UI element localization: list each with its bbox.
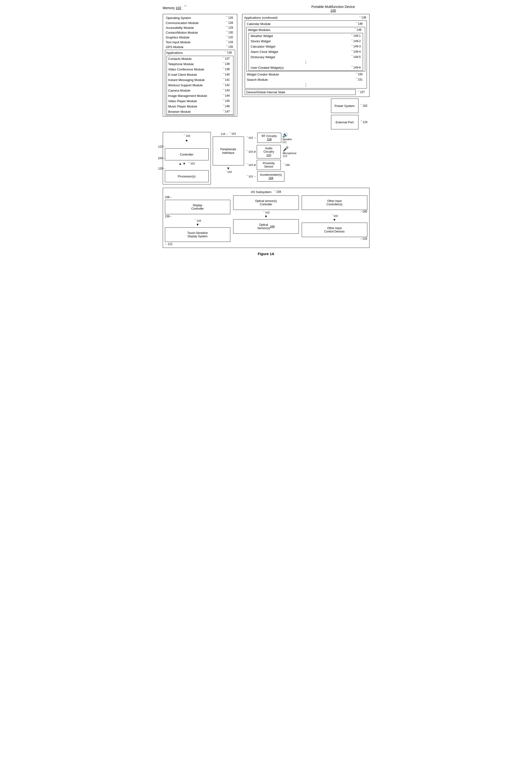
bus-118-row: 118 → ⌒103 — [221, 132, 236, 136]
search-module-row: Search Module ⌒151 — [245, 77, 366, 82]
comm-label: Communication Module — [165, 21, 224, 25]
gps-row: GPS Module ⌒135 — [165, 45, 235, 49]
other-controller-box: Other InputController(s) — [302, 195, 367, 210]
microphone-area: 🎤 Microphone113 — [283, 146, 296, 157]
other-input-col: Other InputController(s) →160 ⌒103 ▼ Oth… — [302, 195, 367, 246]
io-subsystem-section: I/O Subsystem ⌒158 106← DisplayControlle… — [163, 188, 369, 248]
app-items-inner: Contacts Module ⌒137 Telephone Module ⌒1… — [167, 56, 233, 115]
left-block-area: 104← ⌒103 ▼ 122← Controller ▲ ▼ ⌒103 120… — [163, 132, 211, 184]
accel-number: 168 — [269, 176, 273, 180]
bidir-arrows: ▲ ▼ ⌒103 — [165, 162, 209, 165]
top-section: Operating System ⌒126 Communication Modu… — [163, 14, 369, 130]
applications-outer: Applications ⌒136 Contacts Module ⌒137 T… — [165, 50, 235, 115]
accelerometer-box: Accelerometer(s)168 — [257, 171, 284, 182]
apps-continued-inner: Calendar Module ⌒148 Widget Modules ⌒149… — [245, 20, 367, 88]
access-label: Accessibility Module — [165, 25, 224, 30]
dict-widget-row: Dictionary Widget ⌒149-5 — [249, 55, 363, 60]
camera-row: Camera Module ⌒143 — [167, 88, 233, 93]
ref-116: →116 — [302, 237, 367, 240]
optical-sensor-box: OpticalSensor(s)164 — [233, 219, 299, 234]
figure-caption: Figure 1A — [163, 252, 369, 256]
ref-118: 118 — [221, 132, 225, 135]
apps-continued-column: Applications (continued) ⌒136 Calendar M… — [242, 14, 369, 130]
bus-103-prox: ⌒103 ⇄ — [246, 163, 256, 167]
applications-header: Applications — [166, 51, 223, 55]
optical-col: Optical sensor(s)Controller ⌒103 ▼ Optic… — [233, 195, 299, 246]
controller-processor-box: ⌒103 ▼ 122← Controller ▲ ▼ ⌒103 120← Pro… — [163, 132, 211, 184]
browser-row: Browser Module ⌒147 — [167, 109, 233, 114]
microphone-icon: 🎤 — [283, 146, 289, 151]
other-devices-box: Other InputControl Devices — [302, 223, 367, 237]
external-port-row: External Port ⌒124 — [331, 115, 369, 129]
ref-104: 104← — [158, 157, 166, 160]
ref-112: ←112 — [165, 242, 231, 246]
arrow-down-disp: ▼ — [196, 223, 199, 226]
ref-122: 122← — [158, 145, 209, 148]
proximity-row: ⌒103 ⇄ ProximitySensor ⌒166 — [246, 160, 369, 170]
workout-row: Workout Support Module ⌒142 — [167, 83, 233, 88]
controller-box: Controller — [165, 148, 209, 160]
display-arrow: ⌒103 ▼ — [165, 219, 231, 226]
microphone-label: Microphone113 — [283, 152, 296, 157]
display-ref-row: 106← — [165, 195, 231, 199]
dots-1: ⋮ — [249, 60, 363, 65]
videoconf-row: Video Conference Module ⌒139 — [167, 67, 233, 72]
ref-120: 120← — [158, 167, 209, 170]
device-title: Portable Multifunction Device 100 — [311, 5, 355, 13]
audio-circuitry-box: AudioCircuitry110 — [257, 145, 281, 158]
speaker-area: 🔊 Speaker111 — [282, 132, 292, 144]
comm-row: Communication Module ⌒128 — [165, 21, 235, 25]
os-row: Operating System ⌒126 — [165, 15, 235, 20]
arrow-right-1: → — [226, 132, 228, 135]
bus-103-audio: ⌒103 ⇄ — [246, 150, 256, 154]
applications-header-row: Applications ⌒136 — [165, 50, 235, 55]
memory-outer-box: Operating System ⌒126 Communication Modu… — [163, 14, 237, 117]
power-system-row: Power System ⌒162 — [331, 99, 369, 113]
ref-156: 156← — [165, 215, 173, 218]
device-state-row: Device/Global Internal State ⌒157 — [243, 89, 368, 95]
widget-items-box: Weather Widget ⌒149-1 Stocks Widget ⌒149… — [249, 33, 363, 71]
alarm-widget-row: Alarm Clock Widget ⌒149-4 — [249, 49, 363, 54]
rf-number: 108 — [267, 138, 272, 141]
ref-160: →160 — [302, 210, 367, 213]
accel-row: ⌒103 → Accelerometer(s)168 — [246, 171, 369, 182]
graphics-row: Graphics Module ⌒132 — [165, 35, 235, 40]
imagemgmt-row: Image Management Module ⌒144 — [167, 93, 233, 98]
graphics-label: Graphics Module — [165, 35, 224, 40]
io-ref: ⌒158 — [273, 190, 281, 194]
calendar-row: Calendar Module ⌒148 — [245, 21, 366, 26]
ref-103-bottom: ⌒103 — [225, 170, 232, 174]
audio-row: ⌒103 ⇄ AudioCircuitry110 🎤 Microphone113 — [246, 145, 369, 158]
audio-number: 110 — [266, 153, 271, 157]
display-ref-156: 156← — [165, 215, 231, 218]
rf-row: ⌒103 → RF Circuitry108 🔊 Speaker111 — [246, 132, 369, 144]
power-system-box: Power System — [331, 99, 358, 113]
arrow-down-2: ▼ — [227, 166, 230, 170]
external-port-box: External Port — [331, 115, 358, 129]
apps-continued-outer: Applications (continued) ⌒136 Calendar M… — [242, 14, 369, 97]
other-arrow: ⌒103 ▼ — [302, 214, 367, 222]
musicplayer-row: Music Player Module ⌒146 — [167, 104, 233, 109]
ref-103-center: ⌒103 — [229, 132, 236, 136]
contact-row: Contact/Motion Module ⌒130 — [165, 30, 235, 35]
bus-103-disp: ⌒103 — [194, 219, 201, 223]
weather-widget-row: Weather Widget ⌒149-1 — [249, 33, 363, 38]
access-row: Accessibility Module ⌒129 — [165, 25, 235, 30]
rf-circuitry-box: RF Circuitry108 — [257, 133, 281, 143]
widget-modules-header: Widget Modules ⌒149 — [247, 27, 365, 32]
calc-widget-row: Calculator Widget ⌒149-3 — [249, 44, 363, 49]
bus-103-rf: ⌒103 → — [246, 136, 256, 140]
memory-header: Memory 102 ⌒ — [163, 5, 188, 11]
arrow-down-small: ▼ — [183, 162, 186, 165]
bus-top-ref: ⌒103 — [165, 134, 209, 138]
bus-103-opt: ⌒103 — [263, 211, 269, 214]
memory-number: 102 — [176, 6, 181, 10]
display-controller-box: DisplayController — [165, 200, 231, 214]
arrow-down-opt: ▼ — [264, 214, 268, 218]
speaker-label: Speaker111 — [282, 138, 292, 144]
im-row: Instant Messaging Module ⌒141 — [167, 77, 233, 82]
widget-modules-box: Widget Modules ⌒149 Weather Widget ⌒149-… — [246, 27, 365, 71]
middle-section: 104← ⌒103 ▼ 122← Controller ▲ ▼ ⌒103 120… — [163, 132, 369, 184]
widget-creator-row: Widget Creator Module ⌒150 — [245, 72, 366, 77]
os-label: Operating System — [165, 15, 224, 20]
